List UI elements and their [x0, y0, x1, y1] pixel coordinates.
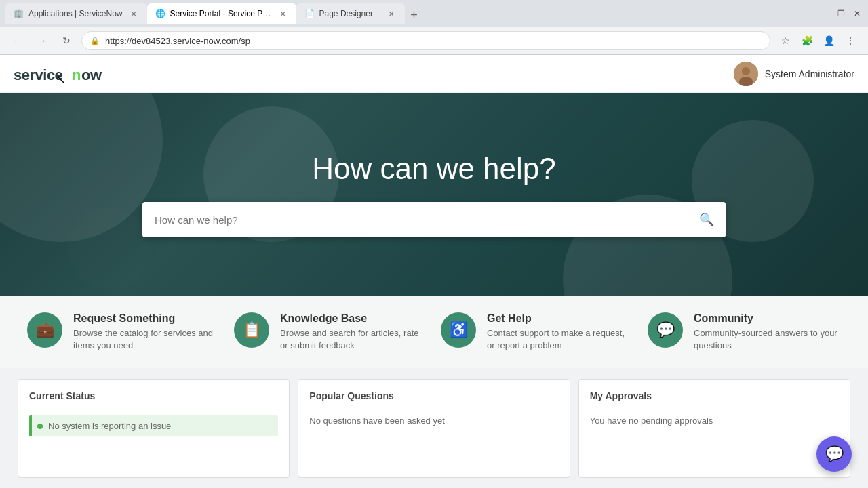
request-description: Browse the catalog for services and item…	[73, 327, 220, 352]
quick-link-knowledge[interactable]: 📋 Knowledge Base Browse and search for a…	[234, 312, 427, 352]
refresh-icon: ↻	[62, 35, 71, 46]
chat-button[interactable]: 💬	[816, 436, 852, 472]
maximize-button[interactable]: ❐	[835, 8, 846, 19]
tab-applications[interactable]: 🏢 Applications | ServiceNow ✕	[5, 3, 147, 24]
refresh-button[interactable]: ↻	[57, 31, 76, 50]
avatar	[734, 62, 758, 86]
svg-point-4	[742, 67, 750, 75]
knowledge-text: Knowledge Base Browse and search for art…	[280, 312, 427, 352]
community-description: Community-sourced answers to your questi…	[694, 327, 841, 352]
window-controls: ─ ❐ ✕	[819, 8, 863, 19]
tab3-favicon: 📄	[304, 9, 314, 18]
help-text: Get Help Contact support to make a reque…	[487, 312, 634, 352]
tab2-close[interactable]: ✕	[277, 8, 288, 19]
search-icon: 🔍	[699, 212, 714, 227]
knowledge-description: Browse and search for articles, rate or …	[280, 327, 427, 352]
svg-text:n: n	[72, 66, 81, 83]
quick-link-request[interactable]: 💼 Request Something Browse the catalog f…	[27, 312, 220, 352]
back-button[interactable]: ←	[8, 31, 27, 50]
knowledge-title: Knowledge Base	[280, 312, 427, 325]
extensions-icon[interactable]: 🧩	[797, 31, 816, 50]
tab3-label: Page Designer	[319, 9, 380, 18]
current-status-card: Current Status No system is reporting an…	[18, 379, 290, 478]
no-questions-text: No questions have been asked yet	[309, 415, 558, 426]
quick-links-section: 💼 Request Something Browse the catalog f…	[0, 296, 868, 368]
tab3-close[interactable]: ✕	[386, 8, 397, 19]
request-icon: 💼	[27, 312, 62, 348]
no-approvals-text: You have no pending approvals	[590, 415, 839, 426]
chat-icon: 💬	[825, 445, 844, 463]
quick-link-community[interactable]: 💬 Community Community-sourced answers to…	[648, 312, 841, 352]
user-menu[interactable]: System Administrator	[734, 62, 854, 86]
lock-icon: 🔒	[90, 37, 100, 45]
popular-questions-content: No questions have been asked yet	[309, 415, 558, 426]
quick-link-help[interactable]: ♿ Get Help Contact support to make a req…	[441, 312, 634, 352]
status-text: No system is reporting an issue	[48, 421, 171, 431]
username-label: System Administrator	[765, 68, 854, 79]
bookmark-icon[interactable]: ☆	[776, 31, 795, 50]
hero-content: How can we help? 🔍	[0, 152, 868, 237]
current-status-content: No system is reporting an issue	[29, 415, 278, 436]
tab-service-portal[interactable]: 🌐 Service Portal - Service Portal ✕	[147, 3, 296, 24]
address-bar[interactable]: 🔒 https://dev84523.service-now.com/sp	[81, 31, 770, 50]
status-dot	[37, 424, 43, 429]
request-title: Request Something	[73, 312, 220, 325]
community-text: Community Community-sourced answers to y…	[694, 312, 841, 352]
profile-icon[interactable]: 👤	[819, 31, 838, 50]
svg-text:ow: ow	[81, 66, 102, 83]
servicenow-logo-svg: service n ow	[14, 64, 122, 84]
forward-icon: →	[37, 35, 47, 46]
hero-section: How can we help? 🔍	[0, 93, 868, 296]
sn-logo[interactable]: service n ow	[14, 64, 122, 84]
address-bar-row: ← → ↻ 🔒 https://dev84523.service-now.com…	[0, 27, 868, 54]
title-bar: 🏢 Applications | ServiceNow ✕ 🌐 Service …	[0, 0, 868, 27]
url-text: https://dev84523.service-now.com/sp	[105, 36, 762, 46]
tab1-label: Applications | ServiceNow	[28, 9, 123, 18]
community-title: Community	[694, 312, 841, 325]
close-button[interactable]: ✕	[852, 8, 863, 19]
help-title: Get Help	[487, 312, 634, 325]
search-button[interactable]: 🔍	[688, 202, 726, 237]
tab1-close[interactable]: ✕	[128, 8, 139, 19]
request-text: Request Something Browse the catalog for…	[73, 312, 220, 352]
minimize-button[interactable]: ─	[819, 8, 830, 19]
browser-toolbar-right: ☆ 🧩 👤 ⋮	[776, 31, 860, 50]
forward-button[interactable]: →	[33, 31, 52, 50]
my-approvals-title: My Approvals	[590, 390, 839, 407]
current-status-title: Current Status	[29, 390, 278, 407]
new-tab-button[interactable]: +	[405, 5, 424, 24]
menu-icon[interactable]: ⋮	[841, 31, 860, 50]
popular-questions-title: Popular Questions	[309, 390, 558, 407]
tab2-favicon: 🌐	[155, 9, 165, 18]
cards-section: Current Status No system is reporting an…	[0, 368, 868, 488]
tabs-area: 🏢 Applications | ServiceNow ✕ 🌐 Service …	[5, 3, 424, 24]
my-approvals-card: My Approvals You have no pending approva…	[578, 379, 850, 478]
my-approvals-content: You have no pending approvals	[590, 415, 839, 426]
back-icon: ←	[13, 35, 22, 46]
help-icon: ♿	[441, 312, 476, 348]
community-icon: 💬	[648, 312, 683, 348]
hero-title: How can we help?	[312, 152, 556, 186]
svg-text:service: service	[14, 66, 63, 83]
tab-page-designer[interactable]: 📄 Page Designer ✕	[296, 3, 405, 24]
search-input[interactable]	[142, 205, 688, 235]
avatar-image	[734, 62, 758, 86]
sn-header: service n ow System Administrator	[0, 55, 868, 93]
search-bar: 🔍	[142, 202, 726, 237]
help-description: Contact support to make a request, or re…	[487, 327, 634, 352]
knowledge-icon: 📋	[234, 312, 269, 348]
app-content: service n ow System Administrator How c	[0, 55, 868, 488]
tab1-favicon: 🏢	[14, 9, 23, 18]
popular-questions-card: Popular Questions No questions have been…	[298, 379, 570, 478]
tab2-label: Service Portal - Service Portal	[170, 9, 272, 18]
status-item: No system is reporting an issue	[29, 415, 278, 436]
